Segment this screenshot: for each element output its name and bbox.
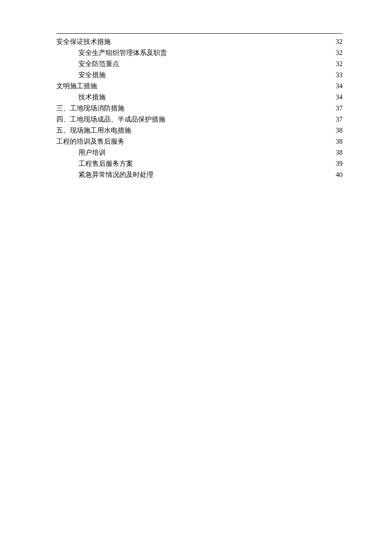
- toc-entry-page: 40: [336, 169, 343, 180]
- toc-entry-page: 38: [336, 136, 343, 147]
- toc-leader: [120, 59, 335, 66]
- toc-leader: [98, 81, 335, 88]
- toc-leader: [134, 159, 335, 166]
- toc-entry: 安全措施33: [56, 69, 343, 81]
- toc-entry: 工程的培训及售后服务38: [56, 136, 343, 147]
- toc-leader: [107, 70, 335, 77]
- toc-entry-page: 34: [336, 92, 343, 103]
- toc-entry-page: 38: [336, 125, 343, 136]
- toc-leader: [166, 115, 335, 121]
- toc-entry: 四、工地现场成品、半成品保护措施37: [56, 114, 343, 125]
- toc-entry-page: 32: [336, 36, 343, 47]
- toc-leader: [132, 126, 335, 133]
- toc-entry: 五、现场施工用水电措施38: [56, 125, 343, 136]
- toc-entry: 技术措施34: [56, 92, 343, 103]
- toc-entry-title: 工程的培训及售后服务: [56, 136, 124, 147]
- toc-entry: 安全保证技术措施32: [56, 36, 343, 47]
- toc-entry-title: 安全措施: [56, 69, 106, 81]
- toc-entry-page: 33: [336, 69, 343, 81]
- toc-entry-title: 安全防范重点: [56, 58, 119, 69]
- header-rule: [56, 33, 343, 34]
- document-page: 安全保证技术措施32安全生产组织管理体系及职责32安全防范重点32安全措施33文…: [0, 0, 392, 555]
- toc-entry-page: 37: [336, 114, 343, 125]
- toc-entry-title: 用户培训: [56, 147, 106, 158]
- toc-entry-title: 安全保证技术措施: [56, 36, 111, 47]
- toc-entry-title: 文明施工措施: [56, 81, 97, 92]
- toc-entry-title: 紧急异常情况的及时处理: [56, 169, 153, 180]
- toc-entry-title: 技术措施: [56, 92, 106, 103]
- toc-leader: [112, 37, 335, 44]
- toc-entry-page: 34: [336, 81, 343, 92]
- toc-entry: 安全生产组织管理体系及职责32: [56, 47, 343, 58]
- toc-entry: 安全防范重点32: [56, 58, 343, 69]
- toc-leader: [125, 104, 335, 110]
- table-of-contents: 安全保证技术措施32安全生产组织管理体系及职责32安全防范重点32安全措施33文…: [56, 36, 343, 180]
- toc-entry: 工程售后服务方案39: [56, 158, 343, 169]
- toc-entry-page: 32: [336, 47, 343, 58]
- toc-entry-title: 工程售后服务方案: [56, 158, 133, 169]
- toc-entry-page: 39: [336, 158, 343, 169]
- toc-entry-title: 安全生产组织管理体系及职责: [56, 47, 167, 58]
- toc-leader: [154, 170, 335, 177]
- toc-entry: 用户培训38: [56, 147, 343, 158]
- toc-entry-page: 38: [336, 147, 343, 158]
- toc-entry: 三、工地现场消防措施37: [56, 103, 343, 114]
- toc-entry-page: 37: [336, 103, 343, 114]
- toc-leader: [168, 48, 335, 55]
- toc-entry-title: 五、现场施工用水电措施: [56, 125, 131, 136]
- toc-entry: 紧急异常情况的及时处理40: [56, 169, 343, 180]
- toc-entry-title: 四、工地现场成品、半成品保护措施: [56, 114, 165, 125]
- toc-entry-title: 三、工地现场消防措施: [56, 103, 124, 114]
- toc-entry-page: 32: [336, 58, 343, 69]
- toc-leader: [107, 92, 335, 99]
- toc-leader: [125, 137, 335, 144]
- toc-entry: 文明施工措施34: [56, 81, 343, 92]
- toc-leader: [107, 148, 335, 155]
